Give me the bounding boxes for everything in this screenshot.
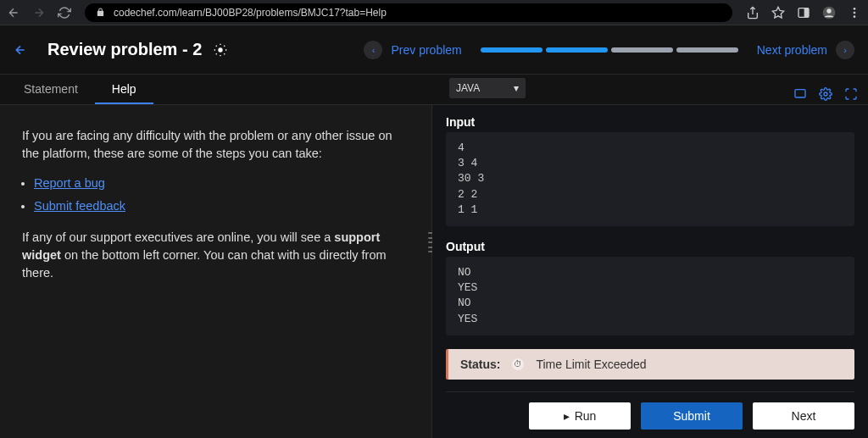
io-panel: Input 4 3 4 30 3 2 2 1 1 Output NO YES N… (432, 105, 868, 438)
panel-icon[interactable] (797, 6, 810, 19)
url-bar[interactable]: codechef.com/learn/BJ00BP28/problems/BMJ… (85, 3, 732, 22)
bottom-buttons: ▸ Run Submit Next (446, 391, 854, 430)
output-label: Output (446, 240, 854, 253)
profile-icon[interactable] (822, 6, 836, 19)
help-widget-text: If any of our support executives are onl… (22, 229, 409, 282)
expand-output-icon[interactable] (793, 87, 807, 101)
chevron-down-icon: ▾ (514, 82, 519, 94)
tab-statement[interactable]: Statement (7, 75, 95, 104)
svg-rect-2 (804, 8, 809, 17)
prev-problem-link[interactable]: Prev problem (391, 43, 461, 57)
page-title: Review problem - 2 (47, 40, 202, 59)
svg-point-4 (826, 8, 831, 13)
svg-point-18 (824, 92, 827, 96)
forward-icon[interactable] (32, 6, 46, 19)
tabs-row: Statement Help JAVA ▾ (0, 75, 868, 105)
next-button[interactable]: Next (753, 402, 854, 430)
gear-icon[interactable] (819, 87, 832, 101)
share-icon[interactable] (746, 6, 760, 19)
report-bug-link[interactable]: Report a bug (34, 176, 105, 190)
output-box: NO YES NO YES (446, 257, 854, 335)
lock-icon (93, 6, 107, 19)
status-box: Status: ⏱ Time Limit Exceeded (446, 349, 854, 380)
timer-icon: ⏱ (512, 358, 524, 370)
status-label: Status: (460, 358, 500, 371)
language-value: JAVA (456, 82, 480, 94)
fullscreen-icon[interactable] (844, 87, 858, 101)
svg-marker-0 (772, 7, 783, 18)
play-icon: ▸ (564, 409, 570, 423)
progress-bars (481, 47, 738, 53)
main-content: If you are facing any difficulty with th… (0, 105, 868, 438)
submit-button[interactable]: Submit (641, 402, 743, 430)
next-problem-link[interactable]: Next problem (757, 43, 827, 57)
status-message: Time Limit Exceeded (536, 358, 646, 371)
svg-line-15 (216, 53, 217, 54)
sun-icon[interactable] (214, 43, 227, 57)
page-header: Review problem - 2 ‹ Prev problem Next p… (0, 25, 868, 75)
submit-feedback-link[interactable]: Submit feedback (34, 199, 125, 213)
svg-point-6 (854, 11, 856, 14)
back-arrow-icon[interactable] (14, 43, 27, 57)
language-select[interactable]: JAVA ▾ (449, 78, 526, 98)
kebab-icon[interactable] (848, 6, 861, 19)
star-icon[interactable] (771, 6, 785, 19)
next-chevron-icon[interactable]: › (836, 41, 854, 59)
svg-point-8 (219, 47, 223, 52)
svg-line-16 (225, 45, 225, 46)
browser-chrome: codechef.com/learn/BJ00BP28/problems/BMJ… (0, 0, 868, 25)
refresh-icon[interactable] (58, 6, 71, 19)
help-intro: If you are facing any difficulty with th… (22, 127, 409, 163)
tab-help[interactable]: Help (95, 75, 153, 104)
input-label: Input (446, 115, 854, 129)
svg-point-5 (854, 8, 856, 10)
svg-line-12 (225, 53, 225, 54)
url-text: codechef.com/learn/BJ00BP28/problems/BMJ… (114, 7, 387, 19)
back-icon[interactable] (7, 6, 20, 19)
input-box: 4 3 4 30 3 2 2 1 1 (446, 132, 854, 226)
prev-chevron-icon[interactable]: ‹ (364, 41, 382, 59)
svg-line-11 (216, 45, 217, 46)
svg-rect-17 (795, 90, 805, 97)
svg-point-7 (854, 15, 856, 18)
help-panel: If you are facing any difficulty with th… (0, 105, 432, 438)
run-button[interactable]: ▸ Run (529, 402, 631, 430)
